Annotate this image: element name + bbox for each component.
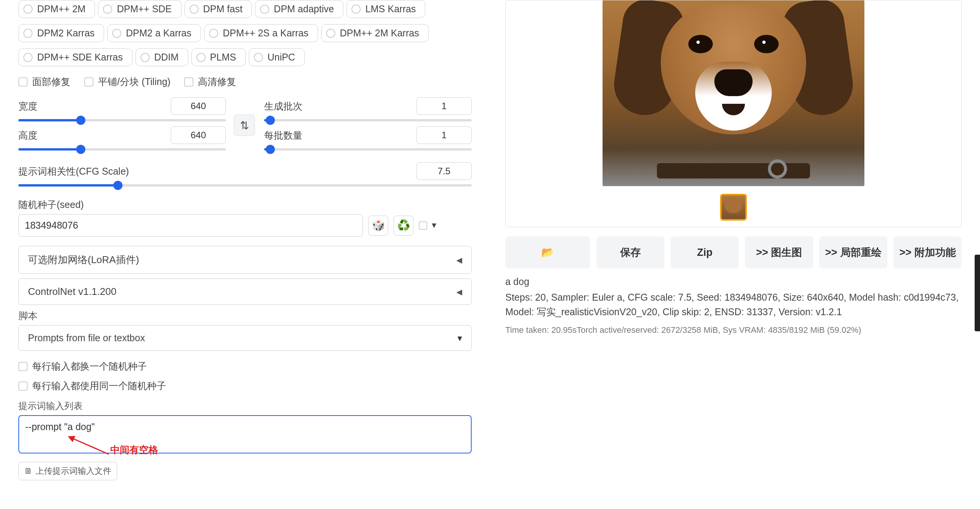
width-slider[interactable] [18, 116, 226, 124]
height-slider[interactable] [18, 146, 226, 153]
radio-icon [326, 29, 335, 38]
prompt-list-textarea[interactable] [18, 415, 472, 453]
seed-input[interactable] [18, 214, 363, 237]
radio-icon [351, 5, 361, 14]
sampler-radio[interactable]: DPM++ SDE Karras [18, 48, 132, 66]
tiling-checkbox[interactable]: 平铺/分块 (Tiling) [84, 75, 170, 88]
checkbox-icon [419, 221, 427, 230]
result-prompt: a dog [505, 276, 962, 287]
radio-icon [260, 5, 269, 14]
batch-size-slider[interactable] [264, 146, 472, 153]
radio-icon [189, 5, 199, 14]
radio-icon [209, 29, 218, 38]
triangle-left-icon: ◀ [456, 255, 462, 265]
radio-icon [196, 53, 206, 62]
open-folder-button[interactable]: 📂 [505, 236, 590, 268]
iterate-seed-checkbox[interactable]: 每行输入都换一个随机种子 [18, 360, 147, 373]
prompt-list-label: 提示词输入列表 [18, 400, 472, 412]
radio-icon [140, 53, 150, 62]
lora-accordion[interactable]: 可选附加网络(LoRA插件) ◀ [18, 246, 472, 274]
sampler-radio[interactable]: DPM++ 2S a Karras [204, 24, 318, 42]
image-thumbnail[interactable] [720, 194, 747, 221]
sampler-radio[interactable]: PLMS [191, 48, 246, 66]
reuse-seed-button[interactable]: ♻️ [394, 216, 413, 236]
result-metadata: Steps: 20, Sampler: Euler a, CFG scale: … [505, 290, 962, 319]
batch-count-label: 生成批次 [264, 100, 302, 113]
hires-checkbox[interactable]: 高清修复 [184, 75, 236, 88]
script-dropdown[interactable]: Prompts from file or textbox ▾ [18, 325, 472, 351]
send-to-extras-button[interactable]: >> 附加功能 [893, 236, 962, 268]
sampler-radio[interactable]: UniPC [249, 48, 305, 66]
width-label: 宽度 [18, 100, 38, 113]
swap-dimensions-button[interactable]: ⇅ [234, 115, 255, 136]
checkbox-icon [18, 77, 28, 87]
zip-button[interactable]: Zip [671, 236, 739, 268]
radio-icon [23, 53, 33, 62]
radio-icon [254, 53, 263, 62]
sampler-radio[interactable]: DPM2 a Karras [107, 24, 201, 42]
sampler-radio[interactable]: DPM++ 2M [18, 0, 95, 18]
scrollbar[interactable] [975, 255, 980, 331]
sampler-radio[interactable]: LMS Karras [346, 0, 425, 18]
upload-prompts-button[interactable]: 🗎 上传提示词输入文件 [18, 462, 117, 480]
same-seed-checkbox[interactable]: 每行输入都使用同一个随机种子 [18, 380, 166, 392]
cfg-label: 提示词相关性(CFG Scale) [18, 165, 129, 178]
checkbox-icon [18, 362, 28, 371]
radio-icon [103, 5, 112, 14]
sampler-radio[interactable]: DPM++ SDE [98, 0, 181, 18]
sampler-radio-group: DPM++ 2M DPM++ SDE DPM fast DPM adaptive… [18, 0, 472, 66]
face-restore-checkbox[interactable]: 面部修复 [18, 75, 70, 88]
sampler-radio[interactable]: DPM2 Karras [18, 24, 104, 42]
chevron-down-icon: ▾ [457, 333, 462, 344]
cfg-input[interactable] [416, 162, 472, 180]
sampler-radio[interactable]: DPM++ 2M Karras [321, 24, 429, 42]
triangle-left-icon: ◀ [456, 287, 462, 296]
chevron-down-icon: ▼ [430, 221, 438, 230]
save-button[interactable]: 保存 [596, 236, 665, 268]
batch-count-slider[interactable] [264, 116, 472, 124]
sampler-radio[interactable]: DPM adaptive [255, 0, 343, 18]
generated-image[interactable] [603, 0, 864, 186]
width-input[interactable] [171, 97, 226, 115]
checkbox-icon [84, 77, 93, 87]
radio-icon [112, 29, 121, 38]
file-icon: 🗎 [24, 466, 33, 476]
sampler-radio[interactable]: DDIM [136, 48, 188, 66]
script-label: 脚本 [18, 309, 472, 322]
cfg-slider[interactable] [18, 182, 472, 189]
radio-icon [23, 29, 33, 38]
batch-count-input[interactable] [416, 97, 472, 115]
send-to-inpaint-button[interactable]: >> 局部重绘 [819, 236, 887, 268]
sampler-radio[interactable]: DPM fast [185, 0, 252, 18]
height-label: 高度 [18, 129, 38, 142]
radio-icon [23, 5, 33, 14]
controlnet-accordion[interactable]: ControlNet v1.1.200 ◀ [18, 278, 472, 305]
seed-label: 随机种子(seed) [18, 198, 472, 211]
result-timing: Time taken: 20.95sTorch active/reserved:… [505, 325, 962, 335]
annotation-text: 中间有空格 [110, 444, 158, 456]
checkbox-icon [184, 77, 193, 87]
checkbox-icon [18, 381, 28, 391]
folder-icon: 📂 [541, 246, 554, 259]
random-seed-button[interactable]: 🎲 [368, 216, 388, 236]
seed-extra-toggle[interactable]: ▼ [419, 221, 438, 230]
batch-size-label: 每批数量 [264, 129, 302, 142]
send-to-img2img-button[interactable]: >> 图生图 [745, 236, 813, 268]
batch-size-input[interactable] [416, 126, 472, 144]
height-input[interactable] [171, 126, 226, 144]
